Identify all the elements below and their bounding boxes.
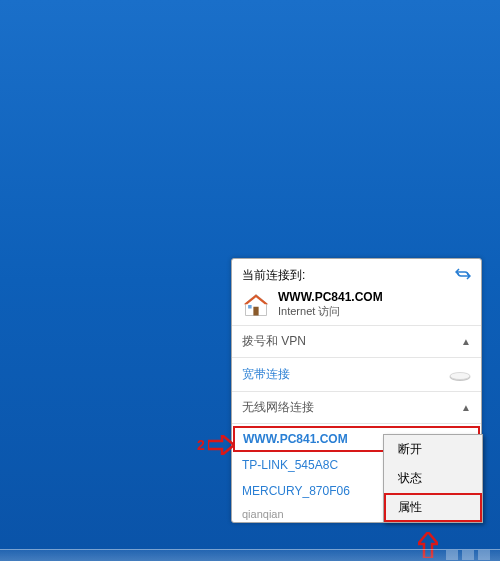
dial-vpn-section-header[interactable]: 拨号和 VPN ▲ [232,326,481,358]
context-disconnect[interactable]: 断开 [384,435,482,464]
house-icon [242,291,270,319]
svg-rect-3 [248,305,252,309]
wifi-name: WWW.PC841.COM [243,432,348,446]
wifi-name-truncated: qianqian [242,508,284,520]
header-left: 当前连接到: WWW.PC841.COM Internet 访问 [242,267,383,319]
context-disconnect-label: 断开 [398,442,422,456]
context-properties[interactable]: 属性 [384,493,482,522]
svg-rect-2 [253,306,258,315]
tray-icon[interactable] [446,550,458,560]
connected-network-access: Internet 访问 [278,304,383,319]
tray-icon[interactable] [478,550,490,560]
currently-connected-label: 当前连接到: [242,267,383,284]
wireless-label: 无线网络连接 [242,399,314,416]
taskbar [0,549,500,561]
annotation-step-number: 2 [197,437,205,453]
arrow-right-icon [208,435,234,455]
broadband-connection-item[interactable]: 宽带连接 [232,358,481,392]
context-status-label: 状态 [398,471,422,485]
chevron-up-icon: ▲ [461,336,471,347]
svg-point-5 [450,372,470,379]
annotation-arrow-step2: 2 [197,435,234,455]
dial-vpn-label: 拨号和 VPN [242,333,306,350]
wifi-name: TP-LINK_545A8C [242,458,338,472]
context-properties-label: 属性 [398,500,422,514]
connected-network-name: WWW.PC841.COM [278,290,383,304]
wifi-name: MERCURY_870F06 [242,484,350,498]
wireless-section-header[interactable]: 无线网络连接 ▲ [232,392,481,424]
context-menu: 断开 状态 属性 [383,434,483,523]
broadband-link-label: 宽带连接 [242,366,290,383]
network-info: WWW.PC841.COM Internet 访问 [278,290,383,319]
connected-network-row: WWW.PC841.COM Internet 访问 [242,290,383,319]
chevron-up-icon: ▲ [461,402,471,413]
refresh-icon[interactable] [455,267,471,281]
flyout-header: 当前连接到: WWW.PC841.COM Internet 访问 [232,259,481,326]
context-status[interactable]: 状态 [384,464,482,493]
tray-icon[interactable] [462,550,474,560]
system-tray[interactable] [446,549,490,561]
modem-icon [449,369,471,381]
